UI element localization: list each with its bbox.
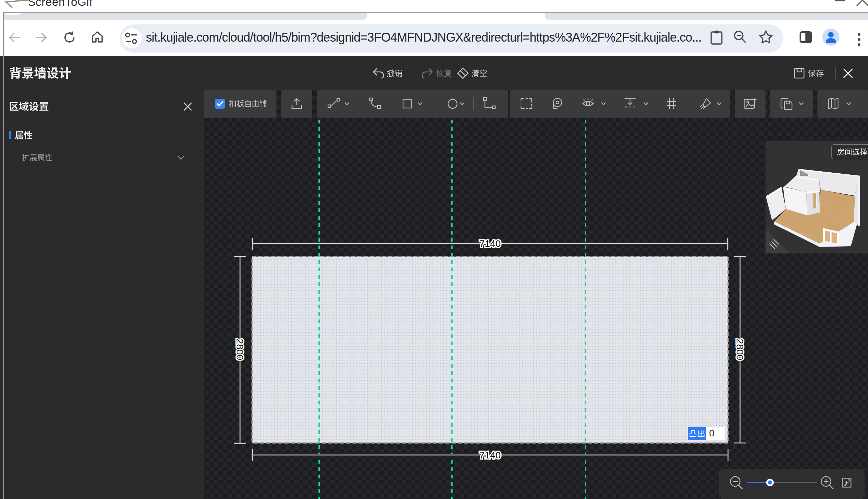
svg-text:7140: 7140 (479, 450, 501, 460)
svg-text:7140: 7140 (479, 238, 501, 249)
svg-text:2800: 2800 (735, 339, 745, 360)
svg-text:2800: 2800 (235, 339, 245, 360)
